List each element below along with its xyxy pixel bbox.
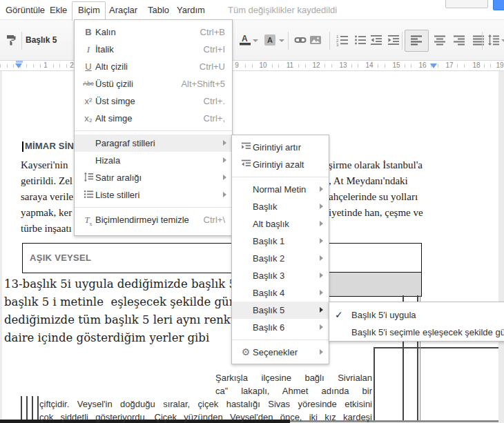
menu-ekle[interactable]: Ekle [50, 5, 67, 15]
ruler-number: 1 [41, 61, 50, 70]
doc-body-line[interactable]: iyetinde han, çeşme ve [329, 207, 423, 219]
submenu-arrow-icon [320, 307, 323, 313]
menu-item-baslik[interactable]: Başlık [232, 198, 329, 215]
indent-decrease-icon[interactable] [370, 34, 382, 46]
menu-separator [75, 207, 232, 208]
submenu-arrow-icon [320, 186, 323, 192]
svg-text:A: A [267, 36, 273, 44]
menu-item-ustu-cizili[interactable]: Abc Üstü çizili Alt+Shift+5 [75, 75, 232, 92]
table-border [37, 396, 39, 420]
menu-item-baslik-5[interactable]: Başlık 5 [232, 302, 329, 319]
menu-item-kalin[interactable]: B Kalın Ctrl+B [75, 23, 232, 41]
svg-text:3: 3 [336, 43, 339, 46]
clear-formatting-icon: Tx [81, 214, 95, 226]
doc-body-line[interactable]: türbe inşaatı [21, 223, 72, 235]
comments-button[interactable] [445, 0, 488, 8]
italic-icon: I [81, 43, 95, 55]
bold-icon: B [81, 26, 95, 38]
doc-paragraph-line[interactable]: ca” lakaplı, Ahmet adında bir [215, 386, 372, 397]
doc-body-line[interactable]: Kayseri'nin [21, 159, 68, 171]
highlight-color-dropdown-icon[interactable] [279, 39, 284, 42]
doc-body-line[interactable]: yapmak, ker [21, 207, 72, 219]
menu-item-liste-stilleri[interactable]: Liste stilleri [75, 186, 232, 204]
ruler-number: 13 [337, 61, 349, 70]
ruler-number: 10 [257, 61, 269, 70]
strikethrough-icon: Abc [81, 78, 95, 90]
menu-yardim[interactable]: Yardım [177, 5, 205, 15]
menu-item-bicimlendirmeyi-temizle[interactable]: Tx Biçimlendirmeyi temizle Ctrl+\ [75, 211, 232, 228]
menu-separator [75, 130, 232, 131]
menu-item-baslik-1[interactable]: Başlık 1 [232, 233, 329, 250]
submenu-arrow-icon [223, 140, 226, 146]
menu-item-baslik-3[interactable]: Başlık 3 [232, 267, 329, 284]
menu-item-baslik5-guncelle[interactable]: Başlık 5'i seçimle eşleşecek şekilde gün… [329, 324, 504, 341]
submenu-arrow-icon [320, 238, 323, 244]
insert-link-icon[interactable] [294, 34, 307, 46]
menu-item-baslik-2[interactable]: Başlık 2 [232, 250, 329, 267]
menu-item-baslik5-uygula[interactable]: ✓ Başlık 5'i uygula [329, 306, 504, 324]
text-cursor [22, 141, 23, 152]
doc-body-line[interactable]: saraya verile [21, 191, 73, 203]
menu-tablo[interactable]: Tablo [148, 5, 169, 15]
doc-note-line[interactable]: başlık 5 i metinle eşleşecek şekilde gün… [4, 295, 264, 308]
first-line-indent-marker[interactable] [16, 61, 23, 63]
menu-goruntule[interactable]: Görüntüle [6, 5, 45, 15]
menu-item-alt-simge[interactable]: x₂ Alt simge Ctrl+, [75, 110, 232, 127]
doc-body-line[interactable]: getirildi. Zel [21, 175, 72, 187]
doc-paragraph-line[interactable]: çiftçidir. Veysel'in doğduğu sıralar, çi… [39, 399, 372, 410]
doc-heading-mimar-sinan[interactable]: MİMAR SİN [25, 141, 74, 151]
line-spacing-dropdown-icon[interactable] [501, 39, 504, 42]
bulleted-list-icon[interactable] [354, 34, 367, 46]
paint-format-icon[interactable] [6, 34, 18, 46]
align-left-icon[interactable] [410, 34, 423, 46]
paragraph-style-selector[interactable]: Başlık 5 [26, 35, 57, 45]
share-button[interactable] [493, 0, 504, 10]
subscript-icon: x₂ [81, 112, 95, 124]
menu-item-ust-simge[interactable]: x² Üst simge Ctrl+. [75, 92, 232, 110]
menu-item-normal-metin[interactable]: Normal Metin [232, 181, 329, 198]
insert-image-icon[interactable] [309, 34, 322, 46]
align-right-icon[interactable] [453, 34, 465, 46]
align-center-icon[interactable] [434, 34, 446, 46]
paragraph-styles-menu-panel: Girintiyi artır Girintiyi azalt Normal M… [231, 135, 329, 364]
ruler-number: 11 [284, 61, 295, 70]
svg-text:A: A [242, 34, 248, 43]
menu-item-girintiyi-artir[interactable]: Girintiyi artır [232, 139, 329, 156]
save-status-text: Tüm değişiklikler kaydedildi [228, 5, 337, 15]
doc-body-line[interactable]: ahçelerinde su yolları [329, 191, 418, 203]
right-indent-marker[interactable] [430, 63, 437, 68]
menu-araclar[interactable]: Araçlar [109, 5, 137, 15]
menu-item-girintiyi-azalt[interactable]: Girintiyi azalt [232, 156, 329, 173]
text-color-dropdown-icon[interactable] [253, 39, 258, 42]
submenu-arrow-icon [320, 221, 323, 226]
menu-item-baslik-4[interactable]: Başlık 4 [232, 284, 329, 302]
highlight-color-icon[interactable]: A [264, 34, 276, 46]
ruler-number: 18 [470, 61, 482, 70]
menu-item-alt-baslik[interactable]: Alt başlık [232, 215, 329, 233]
ruler-number: 19 [494, 61, 504, 70]
table-header-cell[interactable]: AŞIK VEYSEL [22, 243, 422, 273]
menu-item-hizala[interactable]: Hizala [75, 152, 232, 169]
menu-item-baslik-6[interactable]: Başlık 6 [232, 319, 329, 336]
numbered-list-icon[interactable]: 123 [336, 34, 349, 46]
menu-item-paragraf-stilleri[interactable]: Paragraf stilleri [75, 135, 232, 152]
google-docs-window: MİMAR SİN Kayseri'nin getirildi. Zel sar… [0, 0, 504, 423]
doc-note-line[interactable]: daire içinde gösterdiğim yerler gibi [4, 331, 209, 344]
doc-body-line[interactable]: , At Meydanı'ndaki [329, 175, 408, 187]
indent-increase-icon[interactable] [387, 34, 400, 46]
gear-icon: ⚙ [239, 346, 253, 358]
menu-item-secenekler[interactable]: ⚙ Seçenekler [232, 344, 329, 361]
menu-item-satir-araligi[interactable]: Satır aralığı [75, 169, 232, 186]
doc-paragraph-line[interactable]: çok şiddetli gösteriyordu. Çiçek yüzünde… [39, 412, 372, 423]
menu-bicim[interactable]: Biçim [78, 5, 100, 15]
left-indent-marker[interactable] [15, 63, 22, 68]
align-justify-icon[interactable] [472, 34, 485, 46]
doc-paragraph-line[interactable]: Şarkışla ilçesine bağlı Sivrialan [215, 373, 372, 384]
submenu-arrow-icon [223, 175, 226, 180]
doc-body-line[interactable]: şirme olarak İstanbul'a [329, 159, 423, 171]
menu-item-alti-cizili[interactable]: U Altı çizili Ctrl+U [75, 58, 232, 75]
text-color-icon[interactable]: A [239, 34, 251, 46]
line-spacing-icon[interactable] [487, 34, 500, 46]
menu-item-italik[interactable]: I İtalik Ctrl+I [75, 41, 232, 58]
format-menu-panel: B Kalın Ctrl+B I İtalik Ctrl+I U Altı çi… [74, 19, 233, 236]
